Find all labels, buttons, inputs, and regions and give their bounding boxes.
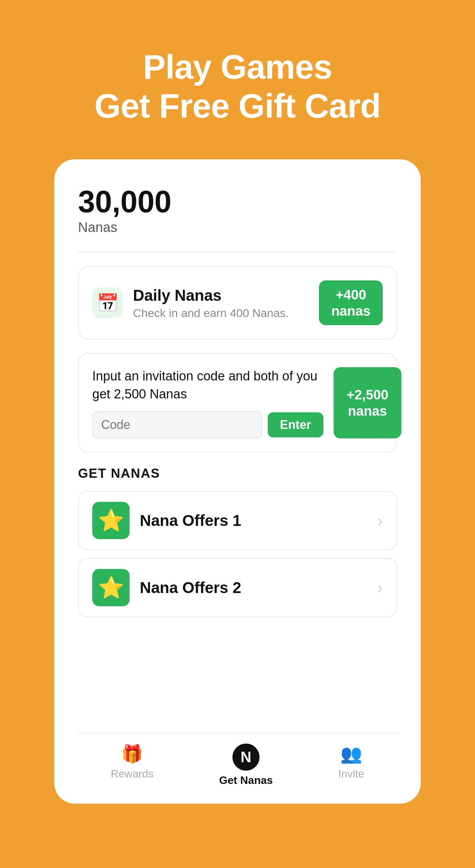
- nav-invite[interactable]: 👥 Invite: [338, 744, 364, 787]
- calendar-icon: 📅: [92, 288, 123, 318]
- hero-title: Play Games Get Free Gift Card: [94, 47, 380, 125]
- offer-icon-2: ⭐: [92, 569, 130, 606]
- offer-item-1[interactable]: ⭐ Nana Offers 1 ›: [78, 491, 397, 550]
- chevron-icon-2: ›: [378, 578, 383, 597]
- invite-section: Input an invitation code and both of you…: [78, 353, 397, 453]
- phone-card: 30,000 Nanas 📅 Daily Nanas Check in and …: [54, 159, 421, 804]
- daily-title: Daily Nanas: [133, 286, 289, 304]
- get-nanas-header: GET NANAS: [78, 466, 397, 481]
- daily-reward-button[interactable]: +400 nanas: [319, 280, 383, 325]
- get-nanas-icon: N: [232, 744, 260, 771]
- offer-label-1: Nana Offers 1: [140, 511, 367, 530]
- daily-section: 📅 Daily Nanas Check in and earn 400 Nana…: [78, 266, 397, 339]
- invite-text: Input an invitation code and both of you…: [92, 367, 323, 403]
- enter-button[interactable]: Enter: [268, 412, 323, 437]
- code-input[interactable]: [92, 411, 262, 438]
- nav-rewards[interactable]: 🎁 Rewards: [111, 744, 153, 787]
- nanas-count: 30,000: [78, 186, 397, 217]
- invite-reward-button[interactable]: +2,500 nanas: [334, 367, 401, 438]
- invite-label: Invite: [338, 768, 364, 780]
- divider: [78, 252, 397, 253]
- offer-label-2: Nana Offers 2: [140, 578, 367, 597]
- rewards-label: Rewards: [111, 768, 153, 780]
- nav-get-nanas[interactable]: N Get Nanas: [219, 744, 273, 787]
- invite-icon: 👥: [340, 744, 362, 764]
- bottom-nav: 🎁 Rewards N Get Nanas 👥 Invite: [78, 733, 397, 804]
- chevron-icon-1: ›: [378, 511, 383, 530]
- nanas-label: Nanas: [78, 220, 397, 235]
- daily-subtitle: Check in and earn 400 Nanas.: [133, 307, 289, 320]
- offer-item-2[interactable]: ⭐ Nana Offers 2 ›: [78, 558, 397, 617]
- offer-icon-1: ⭐: [92, 502, 130, 539]
- rewards-icon: 🎁: [121, 744, 143, 764]
- get-nanas-label: Get Nanas: [219, 774, 273, 787]
